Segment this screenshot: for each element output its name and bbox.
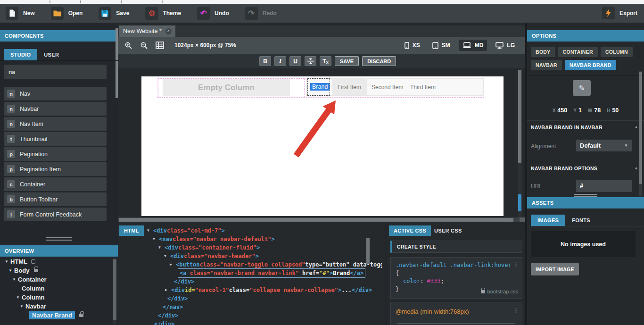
tab-active-css[interactable]: ACTIVE CSS [389,225,431,236]
italic-button[interactable]: I [274,56,286,66]
breadcrumb-navbar-brand[interactable]: NAVBAR BRAND [565,60,616,70]
code-line[interactable]: ▶<button class="navbar-toggle collapsed"… [118,260,382,269]
overview-scrollbar[interactable] [113,258,116,324]
css-rule-block[interactable]: .navbar-default .navbar-link:hover { col… [390,257,522,299]
expand-arrow-icon[interactable]: ▼ [20,304,25,308]
device-xs-button[interactable]: XS [401,40,424,51]
component-button-toolbar[interactable]: bButton Toolbar [4,192,107,206]
breadcrumb-navbar[interactable]: NAVBAR [531,60,562,70]
save-button[interactable]: SAVE [335,56,359,66]
desktop-icon [495,42,504,49]
tab-user-css[interactable]: USER CSS [429,225,467,236]
canvas-horizontal-scrollbar[interactable] [118,217,520,222]
component-form-control-feedback[interactable]: fForm Control Feedback [4,208,107,221]
align-middle-icon[interactable] [305,56,316,66]
expand-arrow-icon[interactable]: ▼ [147,226,153,235]
component-container[interactable]: cContainer [4,177,107,191]
code-line[interactable]: ▼<nav class="navbar navbar-default"> [118,235,382,243]
panel-resize-handle[interactable] [46,237,72,242]
create-style-button[interactable]: CREATE STYLE [390,241,522,253]
code-line[interactable]: </div> [118,277,382,286]
navbar-preview[interactable]: Brand First Item Second Item Third Item [306,78,484,96]
collapse-arrow-icon[interactable]: ▲ [634,125,638,129]
component-pagination-item[interactable]: pPagination Item [4,162,107,176]
alignment-select[interactable]: Default ▼ [576,140,632,151]
code-line[interactable]: </div> [118,320,382,325]
expand-arrow-icon[interactable]: ▼ [12,277,18,282]
component-nav[interactable]: nNav [4,87,107,100]
collapse-arrow-icon[interactable]: ▲ [634,166,638,170]
canvas-vertical-scrollbar[interactable] [518,69,522,217]
device-md-button[interactable]: MD [459,40,487,51]
kebab-menu-icon[interactable]: ⋮ [513,260,519,267]
empty-column-placeholder[interactable]: Empty Column [163,79,290,96]
tree-node-column[interactable]: Column [0,284,112,293]
tab-studio[interactable]: STUDIO [4,49,37,60]
device-sm-button[interactable]: SM [429,40,454,51]
page-preview[interactable]: Empty Column Brand First Item Second Ite… [141,76,504,216]
expand-arrow-icon[interactable]: ▼ [158,243,165,252]
code-line[interactable]: </nav> [118,303,382,311]
underline-button[interactable]: U [289,56,301,66]
css-panel-scrollbar[interactable] [366,237,370,325]
component-search-input[interactable] [4,65,107,79]
expand-arrow-icon[interactable]: ▼ [8,268,14,273]
navbar-brand-text[interactable]: Brand [310,83,330,91]
tab-images[interactable]: IMAGES [531,215,565,226]
url-input[interactable]: # [576,180,632,192]
component-pagination[interactable]: pPagination [4,147,107,161]
clear-format-icon[interactable]: Tx [320,56,331,66]
expand-arrow-icon[interactable]: ▼ [16,295,22,300]
expand-arrow-icon[interactable]: ▼ [164,252,170,260]
expand-arrow-icon[interactable]: ▶ [165,286,171,294]
device-lg-button[interactable]: LG [492,40,519,51]
css-media-block[interactable]: @media (min-width:768px) ⋮ [390,302,522,325]
html-code-tree[interactable]: ▼<div class="col-md-7">▼<nav class="navb… [118,226,382,325]
import-image-button[interactable]: IMPORT IMAGE [531,263,579,275]
code-line[interactable]: <a class="navbar-brand navbar-link" href… [118,269,382,277]
new-button[interactable]: New [6,7,35,20]
kebab-menu-icon[interactable]: ⋮ [513,307,519,314]
tree-node-navbar[interactable]: ▼Navbar [0,302,112,311]
undo-button[interactable]: ↶Undo [197,7,229,20]
open-button[interactable]: Open [51,7,83,20]
zoom-in-icon[interactable] [124,42,132,50]
expand-arrow-icon[interactable]: ▼ [153,235,159,243]
code-line[interactable]: ▶<div id="navcol-1" class="collapse navb… [118,286,382,294]
code-line[interactable]: ▼<div class="col-md-7"> [118,226,382,235]
nav-item-third[interactable]: Third Item [405,79,441,95]
nav-item-second[interactable]: Second Item [366,79,409,95]
breadcrumb-container[interactable]: CONTAINER [558,47,598,57]
tab-user[interactable]: USER [37,49,66,60]
code-line[interactable]: ▼<div class="container-fluid"> [118,243,382,252]
breadcrumb-column[interactable]: COLUMN [601,47,633,57]
theme-button[interactable]: ⚙Theme [145,7,181,20]
tab-fonts[interactable]: FONTS [565,215,597,226]
bold-button[interactable]: B [259,56,271,66]
save-button[interactable]: Save [99,7,129,20]
zoom-out-icon[interactable] [140,42,148,50]
code-line[interactable]: </div> [118,311,382,320]
options-scrollbar[interactable] [639,71,642,196]
export-button[interactable]: Export [602,7,637,19]
tree-node-body[interactable]: ▼Body [0,266,112,275]
tree-node-column[interactable]: ▼Column [0,293,112,302]
component-nav-item[interactable]: nNav Item [4,117,107,131]
component-navbar[interactable]: nNavbar [4,102,107,116]
edit-pencil-button[interactable]: ✎ [573,80,591,96]
document-tab[interactable]: New Website * × [119,25,175,37]
close-tab-icon[interactable]: × [165,28,172,34]
expand-arrow-icon[interactable]: ▶ [170,260,176,269]
expand-arrow-icon[interactable]: ▼ [5,259,10,264]
code-line[interactable]: </div> [118,294,382,303]
empty-column-label: Empty Column [198,83,255,92]
component-thumbnail[interactable]: tThumbnail [4,132,107,146]
tree-node-container[interactable]: ▼Container [0,275,112,284]
discard-button[interactable]: DISCARD [362,56,396,66]
code-line[interactable]: ▼<div class="navbar-header"> [118,252,382,260]
grid-icon[interactable] [156,42,164,49]
breadcrumb-body[interactable]: BODY [531,47,555,57]
tree-node-html[interactable]: ▼HTML [0,257,112,266]
tree-node-navbar-brand[interactable]: Navbar Brand [0,311,112,320]
nav-item-first[interactable]: First Item [332,79,367,95]
